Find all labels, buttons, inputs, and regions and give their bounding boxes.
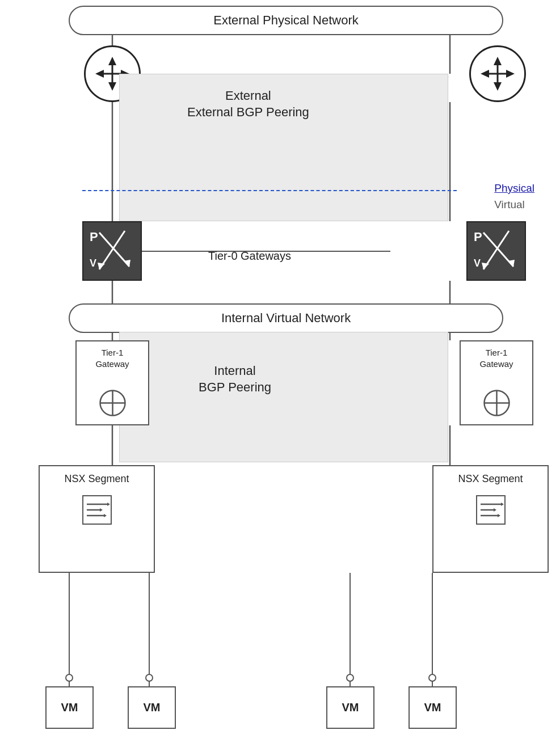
- svg-text:V: V: [90, 258, 96, 269]
- nsx-left-icon: [80, 493, 114, 527]
- tier1-right-label: Tier-1 Gateway: [479, 347, 513, 369]
- svg-marker-58: [104, 514, 107, 517]
- router-right-icon: [478, 54, 517, 94]
- nsx-left-label: NSX Segment: [64, 473, 129, 485]
- vm-box-2: VM: [128, 686, 176, 729]
- ext-bgp-peering-label: External External BGP Peering: [187, 88, 309, 120]
- svg-marker-31: [506, 70, 515, 78]
- svg-text:P: P: [474, 230, 482, 244]
- tier1-gateway-left: Tier-1 Gateway: [75, 340, 149, 425]
- int-virt-network-pill: Internal Virtual Network: [69, 303, 503, 333]
- tier1-left-label: Tier-1 Gateway: [95, 347, 129, 369]
- svg-marker-56: [107, 503, 110, 506]
- svg-marker-37: [98, 263, 105, 269]
- svg-marker-64: [494, 508, 496, 512]
- tier0-gateway-left: P V: [82, 221, 142, 281]
- vm1-connector: [65, 674, 73, 682]
- router-right: [469, 45, 526, 102]
- svg-marker-28: [494, 57, 502, 65]
- svg-marker-43: [482, 263, 489, 269]
- svg-marker-23: [108, 82, 116, 91]
- tier1-right-icon: [481, 387, 512, 419]
- nsx-right-icon: [474, 493, 508, 527]
- physical-label: Physical: [494, 180, 534, 197]
- int-bgp-peering-box: [119, 332, 448, 462]
- svg-marker-29: [494, 82, 502, 91]
- phys-virtual-label: Physical Virtual: [494, 180, 534, 213]
- diagram: External Physical Network: [0, 0, 560, 747]
- ext-phys-network-pill: External Physical Network: [69, 6, 503, 35]
- svg-text:P: P: [90, 230, 98, 244]
- vm-box-4: VM: [409, 686, 457, 729]
- tier1-gateway-right: Tier-1 Gateway: [460, 340, 533, 425]
- tier0-left-icon: P V: [85, 224, 139, 278]
- vm3-connector: [346, 674, 354, 682]
- tier1-left-icon: [97, 387, 128, 419]
- tier0-gateway-right: P V: [466, 221, 526, 281]
- svg-marker-24: [95, 70, 104, 78]
- int-virt-network-label: Internal Virtual Network: [221, 311, 351, 326]
- svg-marker-30: [481, 70, 489, 78]
- vm4-connector: [428, 674, 436, 682]
- tier0-gateways-label: Tier-0 Gateways: [193, 250, 306, 263]
- nsx-right-label: NSX Segment: [458, 473, 523, 485]
- svg-marker-57: [100, 508, 103, 512]
- tier0-right-icon: P V: [469, 224, 523, 278]
- ext-phys-network-label: External Physical Network: [213, 13, 359, 28]
- physical-virtual-divider: [82, 190, 457, 191]
- nsx-segment-left: NSX Segment: [39, 465, 155, 573]
- virtual-label: Virtual: [494, 197, 534, 213]
- svg-marker-63: [501, 503, 504, 506]
- svg-marker-45: [508, 260, 515, 267]
- svg-marker-65: [498, 514, 500, 517]
- svg-marker-22: [108, 57, 116, 65]
- int-bgp-peering-label: Internal BGP Peering: [199, 363, 271, 395]
- vm2-connector: [145, 674, 153, 682]
- svg-text:V: V: [474, 258, 481, 269]
- vm-box-3: VM: [326, 686, 374, 729]
- vm-box-1: VM: [45, 686, 94, 729]
- svg-marker-39: [124, 260, 130, 267]
- nsx-segment-right: NSX Segment: [432, 465, 549, 573]
